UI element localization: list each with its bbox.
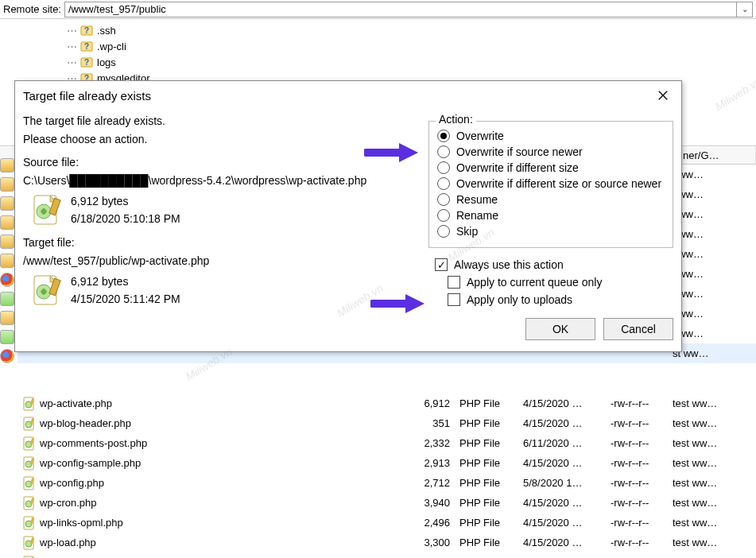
file-owner-cell: test ww… bbox=[668, 517, 756, 529]
file-permissions-cell: -rw-r--r-- bbox=[606, 457, 668, 469]
source-file-path: C:\Users\██████████\wordpress-5.4.2\word… bbox=[23, 172, 421, 189]
source-file-label: Source file: bbox=[23, 154, 421, 171]
radio-icon bbox=[437, 145, 450, 158]
table-row[interactable]: wp-cron.php 3,940 PHP File 4/15/2020 … -… bbox=[17, 493, 756, 513]
table-row[interactable]: wp-login.php 47,874 PHP File 4/15/2020 …… bbox=[17, 552, 756, 558]
question-folder-icon: ? bbox=[79, 55, 94, 69]
folder-icon bbox=[0, 196, 14, 211]
tree-item-label: .wp-cli bbox=[97, 41, 126, 52]
target-file-label: Target file: bbox=[23, 234, 421, 251]
tree-item-label: logs bbox=[97, 56, 116, 68]
tree-item[interactable]: ⋯ ? logs bbox=[2, 54, 754, 70]
radio-icon bbox=[437, 177, 450, 190]
chrome-icon bbox=[0, 349, 14, 363]
table-row[interactable]: wp-blog-header.php 351 PHP File 4/15/202… bbox=[17, 413, 756, 433]
file-owner-cell: test ww… bbox=[668, 437, 756, 449]
file-owner-cell: test ww… bbox=[668, 397, 756, 409]
file-size-cell: 2,913 bbox=[399, 457, 455, 469]
radio-overwrite[interactable]: Overwrite bbox=[437, 128, 665, 144]
dialog-message-1: The target file already exists. bbox=[23, 113, 421, 130]
file-date-cell: 4/15/2020 … bbox=[518, 517, 606, 529]
file-name-cell: wp-links-opml.php bbox=[40, 517, 123, 529]
file-permissions-cell: -rw-r--r-- bbox=[606, 437, 668, 449]
php-file-icon bbox=[31, 194, 63, 226]
table-row[interactable]: wp-activate.php 6,912 PHP File 4/15/2020… bbox=[17, 393, 756, 413]
tree-item-label: .ssh bbox=[97, 25, 116, 37]
cancel-button[interactable]: Cancel bbox=[603, 318, 673, 340]
php-file-icon bbox=[22, 417, 37, 431]
radio-label: Overwrite if different size or source ne… bbox=[456, 177, 661, 190]
file-size-cell: 2,332 bbox=[399, 437, 455, 449]
radio-overwrite-newer[interactable]: Overwrite if source newer bbox=[437, 144, 665, 160]
file-name-cell: wp-blog-header.php bbox=[40, 417, 131, 429]
file-owner-cell: test ww… bbox=[668, 497, 756, 509]
file-name-cell: wp-comments-post.php bbox=[40, 437, 147, 449]
php-file-icon bbox=[22, 556, 37, 559]
file-name-cell: wp-activate.php bbox=[40, 397, 112, 409]
app-icon bbox=[0, 330, 14, 344]
action-fieldset: Action: Overwrite Overwrite if source ne… bbox=[428, 121, 673, 248]
tree-dotted-line: ⋯ bbox=[64, 25, 79, 37]
folder-icon bbox=[0, 177, 14, 192]
radio-skip[interactable]: Skip bbox=[437, 223, 665, 239]
svg-text:?: ? bbox=[84, 42, 89, 51]
table-row[interactable]: wp-links-opml.php 2,496 PHP File 4/15/20… bbox=[17, 513, 756, 533]
file-type-cell: PHP File bbox=[455, 537, 518, 548]
checkbox-current-queue[interactable]: Apply to current queue only bbox=[432, 273, 673, 291]
ok-button[interactable]: OK bbox=[525, 318, 595, 340]
radio-icon bbox=[437, 161, 450, 174]
dialog-title: Target file already exists bbox=[23, 89, 151, 103]
tree-dotted-line: ⋯ bbox=[64, 41, 79, 52]
php-file-icon bbox=[22, 476, 37, 490]
radio-overwrite-diffsize[interactable]: Overwrite if different size bbox=[437, 160, 665, 176]
checkbox-label: Apply to current queue only bbox=[467, 276, 602, 289]
target-file-date: 4/15/2020 5:11:42 PM bbox=[71, 292, 180, 308]
dialog-message-2: Please choose an action. bbox=[23, 131, 421, 148]
checkbox-icon bbox=[448, 276, 460, 289]
remote-path-input[interactable] bbox=[64, 2, 737, 17]
app-icon bbox=[0, 292, 14, 306]
table-row[interactable]: wp-config.php 2,712 PHP File 5/8/2020 1…… bbox=[17, 473, 756, 493]
file-permissions-cell: -rw-r--r-- bbox=[606, 537, 668, 548]
overwrite-dialog: Target file already exists The target fi… bbox=[14, 80, 682, 352]
radio-rename[interactable]: Rename bbox=[437, 207, 665, 223]
file-permissions-cell: -rw-r--r-- bbox=[606, 397, 668, 409]
checkbox-icon bbox=[448, 293, 460, 306]
file-date-cell: 4/15/2020 … bbox=[518, 457, 606, 469]
php-file-icon bbox=[22, 436, 37, 451]
checkbox-always-use[interactable]: Always use this action bbox=[432, 256, 673, 273]
file-permissions-cell: -rw-r--r-- bbox=[606, 517, 668, 529]
remote-path-dropdown-button[interactable]: ⌄ bbox=[737, 2, 753, 17]
php-file-icon bbox=[22, 516, 37, 530]
php-file-icon bbox=[22, 456, 37, 471]
file-permissions-cell: -rw-r--r-- bbox=[606, 477, 668, 489]
file-size-cell: 3,300 bbox=[399, 537, 455, 548]
file-type-cell: PHP File bbox=[455, 457, 518, 469]
php-file-icon bbox=[22, 536, 37, 550]
file-type-cell: PHP File bbox=[455, 477, 518, 489]
checkbox-uploads-only[interactable]: Apply only to uploads bbox=[432, 291, 673, 308]
file-name-cell: wp-config-sample.php bbox=[40, 457, 141, 469]
tree-item[interactable]: ⋯ ? .ssh bbox=[2, 22, 754, 38]
table-row[interactable]: wp-config-sample.php 2,913 PHP File 4/15… bbox=[17, 453, 756, 473]
file-name-cell: wp-cron.php bbox=[40, 497, 97, 509]
php-file-icon bbox=[22, 397, 37, 411]
file-size-cell: 6,912 bbox=[399, 397, 455, 409]
file-type-cell: PHP File bbox=[455, 397, 518, 409]
checkbox-icon bbox=[435, 258, 448, 271]
tree-dotted-line: ⋯ bbox=[64, 56, 79, 68]
radio-label: Overwrite if different size bbox=[456, 161, 579, 174]
file-permissions-cell: -rw-r--r-- bbox=[606, 417, 668, 429]
checkbox-label: Always use this action bbox=[454, 258, 564, 271]
question-folder-icon: ? bbox=[79, 39, 94, 53]
folder-icon bbox=[0, 215, 14, 230]
tree-item[interactable]: ⋯ ? .wp-cli bbox=[2, 38, 754, 54]
remote-path-bar: Remote site: ⌄ bbox=[0, 0, 756, 19]
table-row[interactable]: wp-load.php 3,300 PHP File 4/15/2020 … -… bbox=[17, 533, 756, 552]
file-size-cell: 2,496 bbox=[399, 517, 455, 529]
radio-overwrite-diffsize-newer[interactable]: Overwrite if different size or source ne… bbox=[437, 176, 665, 192]
table-row[interactable]: wp-comments-post.php 2,332 PHP File 6/11… bbox=[17, 433, 756, 453]
close-button[interactable] bbox=[651, 86, 675, 105]
file-type-cell: PHP File bbox=[455, 517, 518, 529]
radio-resume[interactable]: Resume bbox=[437, 192, 665, 207]
